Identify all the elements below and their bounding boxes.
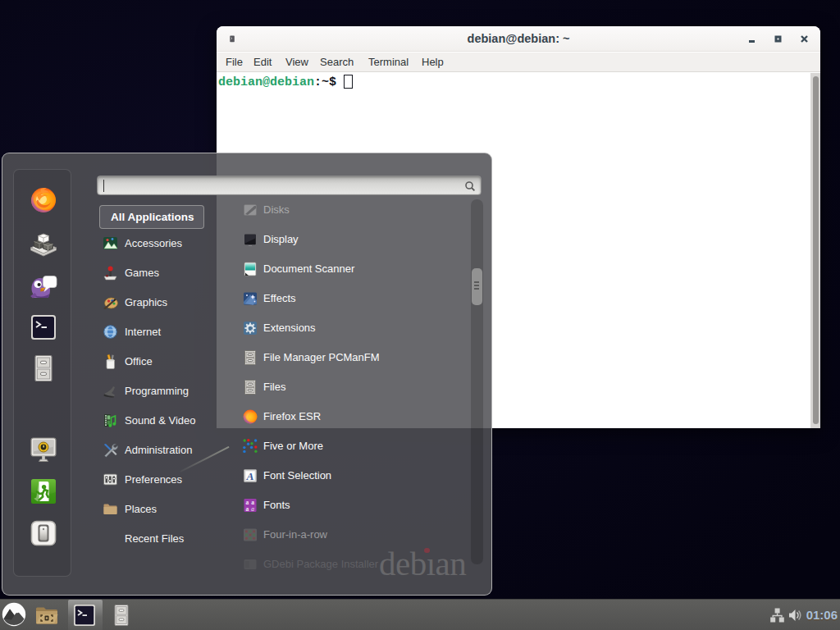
svg-text:a: a: [251, 505, 254, 513]
svg-text:a: a: [245, 505, 249, 513]
svg-text:A: A: [245, 470, 253, 482]
